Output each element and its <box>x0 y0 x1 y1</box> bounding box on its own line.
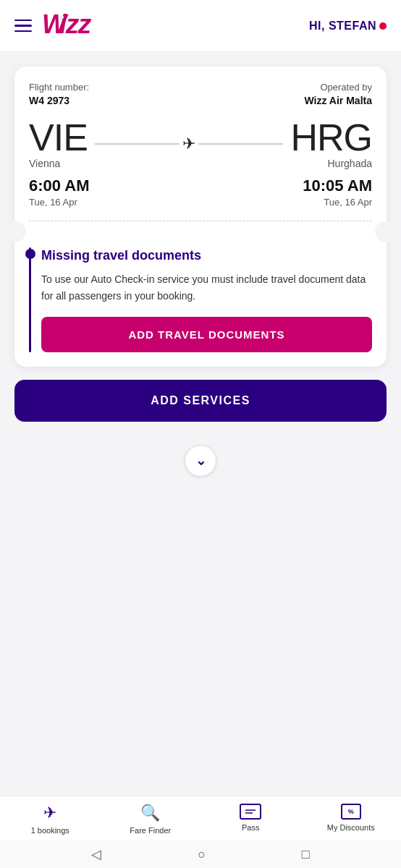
flight-number-label: Flight number: <box>29 81 89 94</box>
nav-fare-finder-label: Fare Finder <box>130 826 171 835</box>
bottom-navigation: ✈ 1 bookings 🔍 Fare Finder Pass % My Dis… <box>0 796 401 841</box>
svg-text:izz: izz <box>59 10 92 38</box>
arrival-time: 10:05 AM <box>303 176 372 195</box>
scroll-indicator: ⌄ <box>14 445 387 477</box>
time-row: 6:00 AM Tue, 16 Apr 10:05 AM Tue, 16 Apr <box>29 176 372 221</box>
notification-dot <box>379 22 387 30</box>
hamburger-menu-button[interactable] <box>14 20 32 33</box>
alert-body: To use our Auto Check-in service you mus… <box>41 271 372 304</box>
card-notch-divider <box>14 221 387 234</box>
flight-number-value: W4 2973 <box>29 94 89 109</box>
airport-row: VIE Vienna ✈ HRG Hurghada <box>29 119 372 169</box>
origin-code: VIE <box>29 119 88 156</box>
alert-dot <box>25 249 35 259</box>
app-header: W izz HI, STEFAN <box>0 0 401 52</box>
arrival-date: Tue, 16 Apr <box>303 197 372 208</box>
departure-time-block: 6:00 AM Tue, 16 Apr <box>29 176 90 208</box>
android-navigation-bar: ✈ 1 bookings 🔍 Fare Finder Pass % My Dis… <box>0 796 401 868</box>
flight-card: Flight number: W4 2973 Operated by Wizz … <box>14 67 387 367</box>
android-system-nav: ◁ ○ □ <box>0 841 401 868</box>
bookings-plane-icon: ✈ <box>43 804 56 822</box>
dest-code: HRG <box>290 119 372 156</box>
airplane-icon: ✈ <box>182 135 195 153</box>
fare-finder-globe-icon: 🔍 <box>140 804 160 822</box>
travel-docs-alert: Missing travel documents To use our Auto… <box>29 234 372 367</box>
line-right <box>198 143 283 145</box>
user-greeting: HI, STEFAN <box>309 20 387 33</box>
departure-time: 6:00 AM <box>29 176 90 195</box>
origin-block: VIE Vienna <box>29 119 88 169</box>
flight-number-block: Flight number: W4 2973 <box>29 81 89 109</box>
nav-pass-label: Pass <box>242 823 259 832</box>
dest-name: Hurghada <box>290 158 372 169</box>
discount-percent-icon: % <box>348 808 354 815</box>
origin-name: Vienna <box>29 158 88 169</box>
operator-name: Wizz Air Malta <box>305 94 372 109</box>
add-travel-documents-button[interactable]: ADD TRAVEL DOCUMENTS <box>41 317 372 352</box>
nav-item-pass[interactable]: Pass <box>225 804 276 835</box>
discount-card-icon: % <box>341 804 361 820</box>
main-content: Flight number: W4 2973 Operated by Wizz … <box>0 52 401 579</box>
alert-line-indicator <box>29 247 31 352</box>
greeting-text: HI, STEFAN <box>309 20 376 33</box>
nav-item-fare-finder[interactable]: 🔍 Fare Finder <box>125 804 176 835</box>
android-recents-button[interactable]: □ <box>302 847 310 862</box>
operator-block: Operated by Wizz Air Malta <box>305 81 372 109</box>
scroll-down-button[interactable]: ⌄ <box>185 445 216 477</box>
pass-card-icon <box>240 804 261 820</box>
destination-block: HRG Hurghada <box>290 119 372 169</box>
arrival-time-block: 10:05 AM Tue, 16 Apr <box>303 176 372 208</box>
add-services-button[interactable]: ADD SERVICES <box>14 380 387 422</box>
flight-direction-indicator: ✈ <box>88 135 291 153</box>
line-left <box>95 143 180 145</box>
nav-item-my-discounts[interactable]: % My Discounts <box>326 804 376 835</box>
nav-discounts-label: My Discounts <box>327 823 375 832</box>
nav-bookings-label: 1 bookings <box>31 826 69 835</box>
departure-date: Tue, 16 Apr <box>29 197 90 208</box>
header-left: W izz <box>14 10 100 41</box>
wizz-logo: W izz <box>42 10 100 41</box>
alert-content: Missing travel documents To use our Auto… <box>41 247 372 352</box>
alert-title: Missing travel documents <box>41 247 372 264</box>
operated-by-label: Operated by <box>305 81 372 94</box>
android-home-button[interactable]: ○ <box>198 847 206 862</box>
chevron-down-icon: ⌄ <box>195 454 206 467</box>
android-back-button[interactable]: ◁ <box>91 846 101 862</box>
nav-item-bookings[interactable]: ✈ 1 bookings <box>25 804 75 835</box>
flight-meta-row: Flight number: W4 2973 Operated by Wizz … <box>29 81 372 109</box>
